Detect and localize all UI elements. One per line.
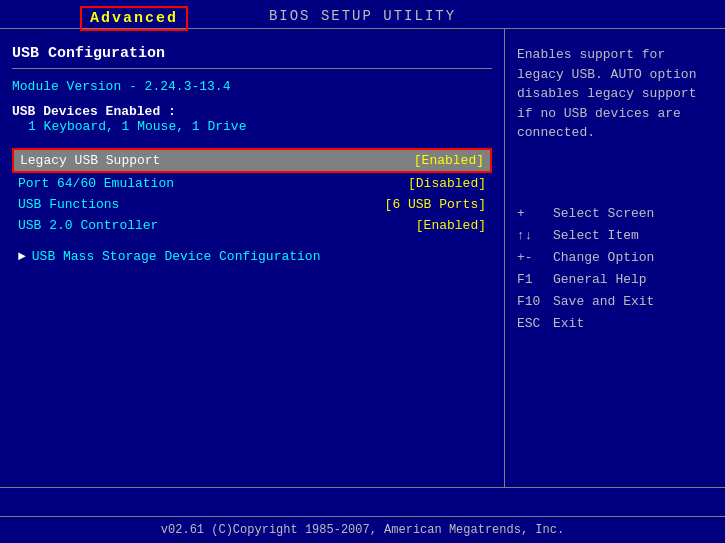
help-text: Enables support for legacy USB. AUTO opt… <box>517 45 713 143</box>
shortcut-row-1: ↑↓Select Item <box>517 225 713 247</box>
shortcut-key-2: +- <box>517 247 545 269</box>
right-panel: Enables support for legacy USB. AUTO opt… <box>505 29 725 487</box>
main-content: USB Configuration Module Version - 2.24.… <box>0 28 725 488</box>
shortcut-key-1: ↑↓ <box>517 225 545 247</box>
shortcut-key-4: F10 <box>517 291 545 313</box>
bottom-bar: v02.61 (C)Copyright 1985-2007, American … <box>0 516 725 543</box>
menu-item-3[interactable]: USB 2.0 Controller[Enabled] <box>12 215 492 236</box>
section-title: USB Configuration <box>12 45 492 62</box>
shortcut-desc-2: Change Option <box>553 247 654 269</box>
shortcuts: +Select Screen↑↓Select Item+-Change Opti… <box>517 203 713 336</box>
shortcut-desc-3: General Help <box>553 269 647 291</box>
menu-item-value-2: [6 USB Ports] <box>385 197 486 212</box>
footer-text: v02.61 (C)Copyright 1985-2007, American … <box>161 523 564 537</box>
shortcut-row-2: +-Change Option <box>517 247 713 269</box>
menu-item-1[interactable]: Port 64/60 Emulation[Disabled] <box>12 173 492 194</box>
advanced-tab[interactable]: Advanced <box>80 6 188 31</box>
shortcut-desc-4: Save and Exit <box>553 291 654 313</box>
bios-title: BIOS SETUP UTILITY <box>269 8 456 24</box>
divider <box>12 68 492 69</box>
menu-item-0[interactable]: Legacy USB Support[Enabled] <box>12 148 492 173</box>
menu-item-label-0: Legacy USB Support <box>20 153 160 168</box>
usb-devices-label: USB Devices Enabled : <box>12 104 492 119</box>
shortcut-desc-5: Exit <box>553 313 584 335</box>
left-panel: USB Configuration Module Version - 2.24.… <box>0 29 505 487</box>
menu-item-label-1: Port 64/60 Emulation <box>18 176 174 191</box>
shortcut-desc-1: Select Item <box>553 225 639 247</box>
shortcut-row-5: ESCExit <box>517 313 713 335</box>
menu-item-label-3: USB 2.0 Controller <box>18 218 158 233</box>
menu-item-value-3: [Enabled] <box>416 218 486 233</box>
submenu-arrow: ► <box>18 249 26 264</box>
usb-mass-storage-label: USB Mass Storage Device Configuration <box>32 249 321 264</box>
menu-item-2[interactable]: USB Functions[6 USB Ports] <box>12 194 492 215</box>
shortcut-key-3: F1 <box>517 269 545 291</box>
shortcut-key-5: ESC <box>517 313 545 335</box>
top-bar: BIOS SETUP UTILITY Advanced <box>0 0 725 28</box>
shortcut-row-0: +Select Screen <box>517 203 713 225</box>
shortcut-row-3: F1General Help <box>517 269 713 291</box>
menu-item-label-2: USB Functions <box>18 197 119 212</box>
module-version: Module Version - 2.24.3-13.4 <box>12 79 492 94</box>
shortcut-row-4: F10Save and Exit <box>517 291 713 313</box>
shortcut-desc-0: Select Screen <box>553 203 654 225</box>
usb-mass-storage-item[interactable]: ► USB Mass Storage Device Configuration <box>12 246 492 267</box>
menu-item-value-1: [Disabled] <box>408 176 486 191</box>
menu-items-container: Legacy USB Support[Enabled]Port 64/60 Em… <box>12 148 492 236</box>
menu-item-value-0: [Enabled] <box>414 153 484 168</box>
shortcut-key-0: + <box>517 203 545 225</box>
usb-devices-value: 1 Keyboard, 1 Mouse, 1 Drive <box>28 119 492 134</box>
